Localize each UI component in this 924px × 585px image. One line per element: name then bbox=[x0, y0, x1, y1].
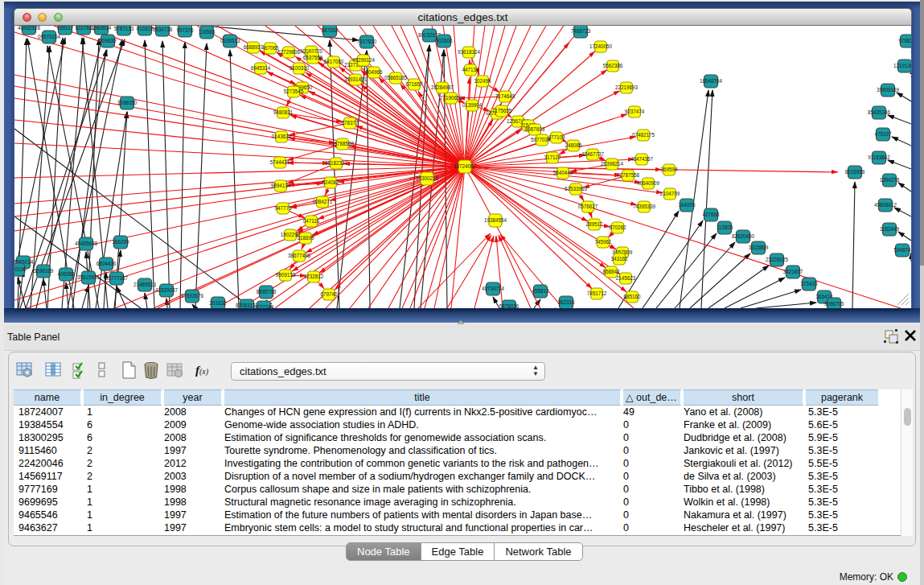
svg-text:35615951: 35615951 bbox=[77, 274, 101, 280]
svg-text:6688937: 6688937 bbox=[244, 44, 264, 50]
svg-text:23226025: 23226025 bbox=[766, 257, 789, 262]
svg-text:72787558: 72787558 bbox=[617, 172, 640, 178]
svg-text:8727743: 8727743 bbox=[254, 304, 274, 308]
svg-text:5562386: 5562386 bbox=[603, 63, 623, 68]
svg-text:858842: 858842 bbox=[602, 269, 620, 274]
svg-text:8895798: 8895798 bbox=[257, 289, 277, 295]
svg-text:201632: 201632 bbox=[209, 300, 227, 306]
svg-text:940196: 940196 bbox=[14, 266, 27, 272]
svg-text:0576627: 0576627 bbox=[578, 204, 598, 209]
svg-text:5698169: 5698169 bbox=[34, 268, 54, 274]
svg-text:26284987: 26284987 bbox=[431, 84, 454, 90]
svg-text:0084271: 0084271 bbox=[313, 199, 333, 204]
svg-text:26398214: 26398214 bbox=[601, 161, 624, 167]
svg-text:07482175: 07482175 bbox=[632, 132, 655, 138]
svg-text:62729806: 62729806 bbox=[277, 49, 301, 55]
svg-text:978820: 978820 bbox=[898, 38, 911, 43]
svg-text:1182449: 1182449 bbox=[880, 226, 900, 232]
svg-text:455812: 455812 bbox=[532, 288, 549, 294]
svg-text:2145623: 2145623 bbox=[616, 275, 636, 281]
svg-text:85435346: 85435346 bbox=[868, 109, 891, 115]
svg-text:43320037: 43320037 bbox=[155, 287, 179, 293]
svg-text:1354278: 1354278 bbox=[880, 177, 900, 183]
svg-text:116566: 116566 bbox=[199, 29, 216, 35]
svg-text:22219693: 22219693 bbox=[615, 84, 639, 90]
svg-text:16548764: 16548764 bbox=[700, 78, 723, 84]
svg-text:870262: 870262 bbox=[609, 225, 626, 230]
svg-text:48467737: 48467737 bbox=[581, 151, 605, 157]
svg-text:7317810: 7317810 bbox=[357, 39, 377, 44]
svg-text:524082: 524082 bbox=[322, 179, 339, 185]
svg-text:77190659: 77190659 bbox=[440, 95, 463, 101]
svg-text:406088: 406088 bbox=[57, 271, 75, 277]
svg-text:5840449: 5840449 bbox=[553, 170, 573, 175]
svg-text:1232812: 1232812 bbox=[304, 274, 324, 279]
svg-text:8215958: 8215958 bbox=[845, 169, 865, 175]
svg-text:3315869: 3315869 bbox=[749, 245, 769, 250]
svg-text:3098050: 3098050 bbox=[117, 100, 138, 105]
svg-text:21489513: 21489513 bbox=[133, 282, 157, 287]
svg-text:248086: 248086 bbox=[565, 142, 582, 148]
svg-text:997376: 997376 bbox=[176, 27, 194, 33]
svg-text:7451712: 7451712 bbox=[587, 290, 607, 296]
svg-text:467065: 467065 bbox=[261, 45, 279, 51]
svg-text:745961: 745961 bbox=[594, 239, 612, 245]
svg-text:343161: 343161 bbox=[610, 256, 628, 262]
svg-text:427868: 427868 bbox=[702, 212, 720, 217]
svg-text:369594: 369594 bbox=[660, 167, 678, 172]
svg-text:602606: 602606 bbox=[435, 38, 453, 43]
svg-text:1834738: 1834738 bbox=[153, 27, 173, 32]
svg-text:18724007: 18724007 bbox=[454, 163, 477, 169]
svg-text:671657: 671657 bbox=[405, 81, 423, 87]
svg-text:49808412: 49808412 bbox=[874, 202, 897, 208]
svg-text:0139904: 0139904 bbox=[462, 102, 483, 108]
svg-text:95788568: 95788568 bbox=[331, 141, 355, 146]
svg-text:5787133: 5787133 bbox=[114, 26, 134, 31]
svg-text:38677496: 38677496 bbox=[288, 253, 311, 258]
svg-text:48465648: 48465648 bbox=[75, 241, 98, 246]
svg-text:46474367: 46474367 bbox=[630, 156, 654, 162]
svg-text:678377: 678377 bbox=[341, 120, 359, 126]
svg-text:534874: 534874 bbox=[893, 247, 911, 253]
svg-text:0106513: 0106513 bbox=[220, 38, 240, 43]
svg-text:05865185: 05865185 bbox=[384, 75, 408, 80]
svg-text:679740: 679740 bbox=[320, 291, 338, 297]
svg-text:6417080: 6417080 bbox=[324, 59, 344, 64]
svg-text:95777387: 95777387 bbox=[105, 275, 129, 281]
svg-text:822782: 822782 bbox=[75, 26, 92, 31]
svg-text:9096705: 9096705 bbox=[824, 301, 844, 307]
svg-text:447134: 447134 bbox=[462, 67, 479, 72]
svg-text:362316: 362316 bbox=[557, 299, 575, 305]
svg-text:17240050: 17240050 bbox=[589, 43, 613, 49]
svg-text:947775: 947775 bbox=[274, 205, 292, 211]
svg-text:039117: 039117 bbox=[57, 26, 74, 31]
svg-text:5876036: 5876036 bbox=[499, 303, 519, 308]
svg-text:685160: 685160 bbox=[623, 294, 641, 299]
svg-text:047116: 047116 bbox=[303, 218, 320, 224]
svg-text:509839: 509839 bbox=[99, 38, 117, 43]
svg-text:3100330: 3100330 bbox=[290, 65, 310, 71]
svg-text:317127: 317127 bbox=[544, 154, 561, 160]
svg-text:9909133: 9909133 bbox=[276, 272, 296, 278]
svg-text:7468723: 7468723 bbox=[571, 28, 591, 34]
svg-text:387262: 387262 bbox=[321, 27, 339, 33]
svg-text:6945314: 6945314 bbox=[251, 65, 271, 71]
svg-text:93618324: 93618324 bbox=[458, 49, 481, 55]
svg-text:102499: 102499 bbox=[474, 78, 491, 84]
svg-text:74395339: 74395339 bbox=[633, 204, 656, 209]
svg-text:6804436: 6804436 bbox=[97, 261, 117, 266]
svg-text:48734714: 48734714 bbox=[482, 286, 505, 291]
svg-text:17693676: 17693676 bbox=[181, 293, 204, 299]
svg-text:8963834: 8963834 bbox=[92, 26, 112, 31]
svg-text:475107: 475107 bbox=[874, 131, 892, 137]
svg-text:5744431: 5744431 bbox=[270, 159, 290, 165]
svg-text:48932528: 48932528 bbox=[18, 26, 41, 31]
svg-text:09570154: 09570154 bbox=[38, 34, 61, 39]
svg-text:45299124: 45299124 bbox=[352, 57, 376, 63]
svg-text:7174648: 7174648 bbox=[495, 93, 515, 99]
svg-text:9894134: 9894134 bbox=[271, 183, 291, 188]
svg-text:904966: 904966 bbox=[365, 69, 383, 75]
svg-text:366299: 366299 bbox=[112, 239, 129, 245]
svg-text:39909169: 39909169 bbox=[877, 87, 900, 93]
svg-text:5273545: 5273545 bbox=[284, 89, 304, 94]
